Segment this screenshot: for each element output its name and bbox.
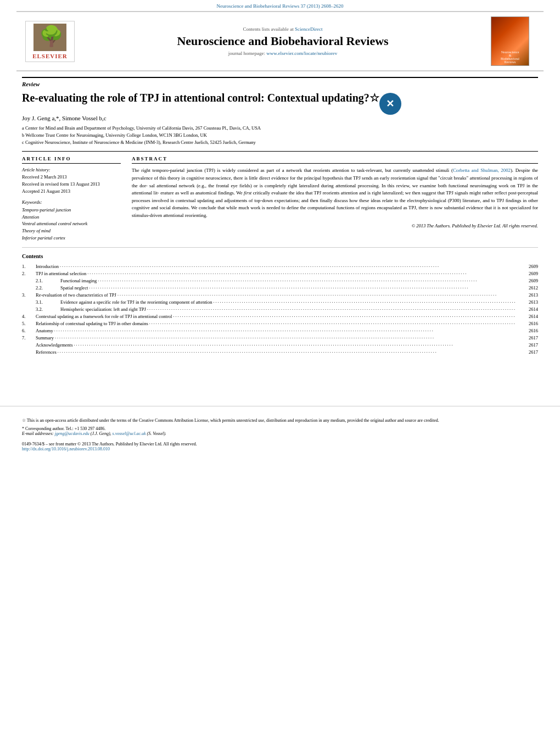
toc-title-2: TPJ in attentional selection bbox=[36, 271, 86, 276]
toc-dots-2: ........................................… bbox=[87, 271, 515, 275]
email1-name: (J.J. Geng), bbox=[91, 431, 111, 436]
toc-content-2-2: Spatial neglect ........................… bbox=[60, 285, 538, 291]
corresponding-author: * Corresponding author. Tel.: +1 530 297… bbox=[22, 426, 538, 431]
affiliations: a Center for Mind and Brain and Departme… bbox=[22, 125, 538, 146]
keyword-4: Theory of mind bbox=[22, 227, 121, 235]
toc-num-4: 4. bbox=[22, 314, 36, 319]
toc-sub-3-1: 3.1. bbox=[36, 299, 60, 305]
toc-entry-5: 5. Relationship of contextual updating t… bbox=[22, 321, 538, 326]
sciencedirect-link[interactable]: ScienceDirect bbox=[295, 26, 322, 32]
toc-entry-3-2: 3.2. Hemispheric specialization: left an… bbox=[22, 306, 538, 312]
page-wrapper: Neuroscience and Biobehavioral Reviews 3… bbox=[0, 0, 560, 742]
toc-title-3: Re-evaluation of two characteristics of … bbox=[36, 292, 116, 298]
email2-link[interactable]: s.vossel@ucl.ac.uk bbox=[113, 431, 146, 436]
email1-link[interactable]: jgeng@ucdavis.edu bbox=[55, 431, 89, 436]
article-history-title: Article history: bbox=[22, 167, 121, 172]
journal-center: Contents lists available at ScienceDirec… bbox=[75, 26, 491, 56]
abstract-heading: ABSTRACT bbox=[132, 156, 538, 164]
toc-dots-2-1: ........................................… bbox=[98, 278, 515, 282]
journal-title: Neuroscience and Biobehavioral Reviews bbox=[83, 34, 482, 48]
toc-page-4: 2614 bbox=[516, 314, 538, 319]
toc-num-5: 5. bbox=[22, 321, 36, 326]
journal-cover-image: Neuroscience&BiobehavioralReviews bbox=[491, 16, 529, 66]
toc-entry-6: 6. Anatomy .............................… bbox=[22, 328, 538, 333]
toc-dots-2-2: ........................................… bbox=[89, 285, 515, 289]
crossmark-icon[interactable]: ✕ bbox=[379, 93, 401, 115]
toc-entry-ack: Acknowledgements .......................… bbox=[22, 342, 538, 348]
toc-content-2: TPJ in attentional selection ...........… bbox=[36, 271, 538, 276]
journal-homepage: journal homepage: www.elsevier.com/locat… bbox=[83, 51, 482, 56]
toc-title-2-2: Spatial neglect bbox=[60, 285, 88, 291]
doi-link[interactable]: http://dx.doi.org/10.1016/j.neubiorev.20… bbox=[22, 447, 110, 451]
toc-page-7: 2617 bbox=[516, 335, 538, 341]
toc-title-5: Relationship of contextual updating to T… bbox=[36, 321, 148, 326]
keywords-section: Keywords: Temporo-parietal junction Atte… bbox=[22, 199, 121, 242]
toc-sub-2-1: 2.1. bbox=[36, 278, 60, 283]
toc-page-2: 2609 bbox=[516, 271, 538, 276]
article-type: Review bbox=[22, 77, 538, 87]
toc-page-6: 2616 bbox=[516, 328, 538, 333]
keyword-3: Ventral attentional control network bbox=[22, 220, 121, 227]
toc-title-ack: Acknowledgements bbox=[36, 342, 73, 348]
corbetta-citation[interactable]: Corbetta and Shulman, 2002 bbox=[453, 168, 511, 173]
toc-title-2-1: Functional imaging bbox=[60, 278, 97, 283]
toc-content-2-1: Functional imaging .....................… bbox=[60, 278, 538, 283]
toc-entry-2-2: 2.2. Spatial neglect ...................… bbox=[22, 285, 538, 291]
toc-dots-ref: ........................................… bbox=[58, 349, 515, 354]
toc-content-3: Re-evaluation of two characteristics of … bbox=[36, 292, 538, 298]
toc-content-ref: References .............................… bbox=[36, 349, 538, 355]
toc-dots-ack: ........................................… bbox=[74, 342, 515, 347]
open-access-note: ☆ This is an open-access article distrib… bbox=[22, 417, 538, 424]
toc-page-ack: 2617 bbox=[516, 342, 538, 348]
toc-page-3-1: 2613 bbox=[516, 299, 538, 305]
toc-content-3-2: Hemispheric specialization: left and rig… bbox=[60, 306, 538, 312]
toc-sub-3-2: 3.2. bbox=[36, 306, 60, 312]
toc-dots-4: ........................................… bbox=[173, 314, 515, 318]
toc-entry-ref: References .............................… bbox=[22, 349, 538, 355]
accepted-date: Accepted 21 August 2013 bbox=[22, 188, 121, 195]
journal-cover: Neuroscience&BiobehavioralReviews bbox=[491, 16, 535, 66]
copyright-line: © 2013 The Authors. Published by Elsevie… bbox=[132, 223, 538, 228]
toc-content-5: Relationship of contextual updating to T… bbox=[36, 321, 538, 326]
toc-title-4: Contextual updating as a framework for r… bbox=[36, 314, 172, 319]
toc-entry-3: 3. Re-evaluation of two characteristics … bbox=[22, 292, 538, 298]
received-date: Received 2 March 2013 bbox=[22, 174, 121, 181]
toc-content-7: Summary ................................… bbox=[36, 335, 538, 341]
toc-page-ref: 2617 bbox=[516, 349, 538, 355]
toc-page-2-2: 2612 bbox=[516, 285, 538, 291]
contents-available-text: Contents lists available at ScienceDirec… bbox=[83, 26, 482, 32]
toc-content-4: Contextual updating as a framework for r… bbox=[36, 314, 538, 319]
issn-line: 0149-7634/$ – see front matter © 2013 Th… bbox=[22, 442, 538, 447]
toc-page-1: 2609 bbox=[516, 264, 538, 269]
toc-page-2-1: 2609 bbox=[516, 278, 538, 283]
toc-entry-3-1: 3.1. Evidence against a specific role fo… bbox=[22, 299, 538, 305]
toc-page-3-2: 2614 bbox=[516, 306, 538, 312]
toc-title-ref: References bbox=[36, 349, 57, 355]
bottom-info: 0149-7634/$ – see front matter © 2013 Th… bbox=[22, 442, 538, 451]
contents-section: Contents 1. Introduction ...............… bbox=[22, 247, 538, 355]
toc-title-3-1: Evidence against a specific role for TPJ… bbox=[60, 299, 212, 305]
affiliation-b: b Wellcome Trust Centre for Neuroimaging… bbox=[22, 132, 538, 139]
journal-homepage-link[interactable]: www.elsevier.com/locate/neubiorev bbox=[266, 51, 337, 56]
toc-dots-3: ........................................… bbox=[117, 292, 515, 297]
article-title: Re-evaluating the role of TPJ in attenti… bbox=[22, 91, 379, 105]
toc-content-1: Introduction ...........................… bbox=[36, 264, 538, 269]
email-label: E-mail addresses: bbox=[22, 431, 54, 436]
journal-citation: Neuroscience and Biobehavioral Reviews 3… bbox=[0, 0, 560, 11]
journal-citation-link[interactable]: Neuroscience and Biobehavioral Reviews 3… bbox=[217, 3, 344, 9]
elsevier-logo: ELSEVIER bbox=[25, 21, 75, 62]
toc-page-5: 2616 bbox=[516, 321, 538, 326]
email-line: E-mail addresses: jgeng@ucdavis.edu (J.J… bbox=[22, 431, 538, 436]
toc-page-3: 2613 bbox=[516, 292, 538, 298]
toc-dots-3-1: ........................................… bbox=[213, 299, 515, 304]
keyword-2: Attention bbox=[22, 214, 121, 221]
keywords-title: Keywords: bbox=[22, 199, 121, 205]
article-info-panel: ARTICLE INFO Article history: Received 2… bbox=[22, 156, 121, 241]
elsevier-tree-image bbox=[33, 24, 66, 51]
toc-content-3-1: Evidence against a specific role for TPJ… bbox=[60, 299, 538, 305]
toc-content-6: Anatomy ................................… bbox=[36, 328, 538, 333]
toc-entry-2: 2. TPJ in attentional selection ........… bbox=[22, 271, 538, 276]
revised-date: Received in revised form 13 August 2013 bbox=[22, 181, 121, 188]
toc-dots-3-2: ........................................… bbox=[147, 306, 515, 311]
toc-sub-2-2: 2.2. bbox=[36, 285, 60, 291]
